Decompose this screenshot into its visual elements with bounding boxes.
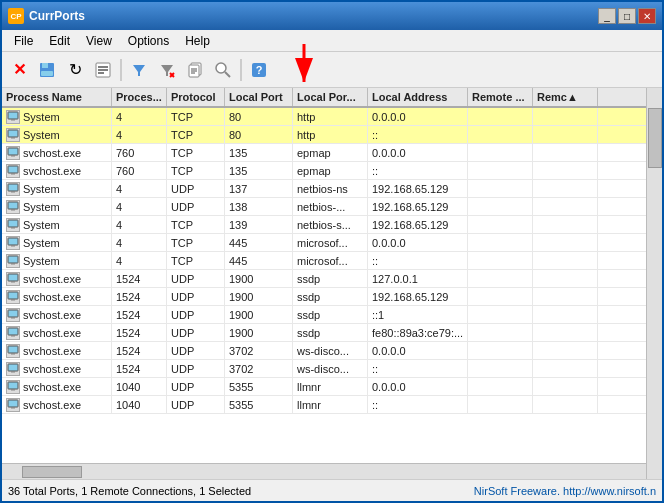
table-cell: System	[2, 216, 112, 233]
col-header-localport[interactable]: Local Port	[225, 88, 293, 106]
table-cell	[533, 288, 598, 305]
title-buttons: _ □ ✕	[598, 8, 656, 24]
close-button[interactable]: ✕	[638, 8, 656, 24]
table-cell	[533, 180, 598, 197]
table-cell	[468, 144, 533, 161]
svg-rect-33	[11, 191, 15, 193]
filter-button[interactable]	[126, 57, 152, 83]
menu-edit[interactable]: Edit	[41, 32, 78, 50]
table-cell: llmnr	[293, 396, 368, 413]
table-cell	[533, 324, 598, 341]
svg-rect-3	[42, 63, 48, 68]
col-header-localaddress[interactable]: Local Address	[368, 88, 468, 106]
process-icon	[6, 236, 20, 250]
table-row[interactable]: svchost.exe1040UDP5355llmnr::	[2, 396, 662, 414]
svg-text:CP: CP	[10, 12, 22, 21]
table-cell: microsof...	[293, 234, 368, 251]
table-cell: 3702	[225, 360, 293, 377]
col-header-localportname[interactable]: Local Por...	[293, 88, 368, 106]
save-button[interactable]	[34, 57, 60, 83]
main-window: CP CurrPorts _ □ ✕ File Edit View Option…	[0, 0, 664, 503]
table-cell	[533, 360, 598, 377]
table-cell: System	[2, 234, 112, 251]
table-cell: ssdp	[293, 270, 368, 287]
svg-rect-47	[11, 317, 15, 319]
scrollbar-thumb-h[interactable]	[22, 466, 82, 478]
menu-view[interactable]: View	[78, 32, 120, 50]
col-header-remoteaddr[interactable]: Remc▲	[533, 88, 598, 106]
table-cell: TCP	[167, 162, 225, 179]
status-left: 36 Total Ports, 1 Remote Connections, 1 …	[8, 485, 251, 497]
scrollbar-thumb-v[interactable]	[648, 108, 662, 168]
vertical-scrollbar[interactable]	[646, 88, 662, 479]
table-cell	[468, 180, 533, 197]
svg-rect-49	[11, 335, 15, 337]
process-icon	[6, 254, 20, 268]
table-cell: UDP	[167, 270, 225, 287]
table-cell: 4	[112, 234, 167, 251]
table-row[interactable]: svchost.exe1524UDP1900ssdpfe80::89a3:ce7…	[2, 324, 662, 342]
table-cell: 4	[112, 126, 167, 143]
svg-rect-30	[8, 166, 18, 173]
table-row[interactable]: System4TCP445microsof...0.0.0.0	[2, 234, 662, 252]
table-row[interactable]: svchost.exe1040UDP5355llmnr0.0.0.0	[2, 378, 662, 396]
search-button[interactable]	[210, 57, 236, 83]
minimize-button[interactable]: _	[598, 8, 616, 24]
table-row[interactable]: System4TCP80http::	[2, 126, 662, 144]
menu-options[interactable]: Options	[120, 32, 177, 50]
process-icon	[6, 164, 20, 178]
table-cell: TCP	[167, 234, 225, 251]
col-header-pid[interactable]: Proces...	[112, 88, 167, 106]
table-row[interactable]: svchost.exe1524UDP1900ssdp::1	[2, 306, 662, 324]
status-bar: 36 Total Ports, 1 Remote Connections, 1 …	[2, 479, 662, 501]
col-header-process[interactable]: Process Name	[2, 88, 112, 106]
table-cell: 192.168.65.129	[368, 288, 468, 305]
svg-rect-56	[8, 400, 18, 407]
table-cell: 135	[225, 162, 293, 179]
table-cell: netbios-s...	[293, 216, 368, 233]
table-cell	[468, 216, 533, 233]
table-cell: 3702	[225, 342, 293, 359]
table-row[interactable]: System4UDP137netbios-ns192.168.65.129	[2, 180, 662, 198]
table-cell: UDP	[167, 360, 225, 377]
col-header-protocol[interactable]: Protocol	[167, 88, 225, 106]
table-cell: 0.0.0.0	[368, 234, 468, 251]
svg-rect-46	[8, 310, 18, 317]
properties-button[interactable]	[90, 57, 116, 83]
table-cell: 4	[112, 216, 167, 233]
table-cell	[468, 234, 533, 251]
table-row[interactable]: System4TCP445microsof...::	[2, 252, 662, 270]
table-row[interactable]: svchost.exe1524UDP1900ssdp192.168.65.129	[2, 288, 662, 306]
table-cell: TCP	[167, 216, 225, 233]
menu-help[interactable]: Help	[177, 32, 218, 50]
table-cell: 0.0.0.0	[368, 342, 468, 359]
table-cell: 80	[225, 126, 293, 143]
svg-rect-35	[11, 209, 15, 211]
table-row[interactable]: svchost.exe1524UDP1900ssdp127.0.0.1	[2, 270, 662, 288]
filter2-button[interactable]	[154, 57, 180, 83]
refresh-button[interactable]: ↻	[62, 57, 88, 83]
table-cell: UDP	[167, 378, 225, 395]
horizontal-scrollbar[interactable]	[2, 463, 662, 479]
table-row[interactable]: svchost.exe1524UDP3702ws-disco...::	[2, 360, 662, 378]
about-button[interactable]: ?	[246, 57, 272, 83]
menu-file[interactable]: File	[6, 32, 41, 50]
table-cell: TCP	[167, 144, 225, 161]
table-row[interactable]: svchost.exe760TCP135epmap::	[2, 162, 662, 180]
table-row[interactable]: svchost.exe1524UDP3702ws-disco...0.0.0.0	[2, 342, 662, 360]
table-cell: ::	[368, 360, 468, 377]
copy-button[interactable]	[182, 57, 208, 83]
table-cell	[468, 324, 533, 341]
col-header-remoteport[interactable]: Remote ...	[468, 88, 533, 106]
table-row[interactable]: System4UDP138netbios-...192.168.65.129	[2, 198, 662, 216]
svg-rect-57	[11, 407, 15, 409]
process-icon	[6, 344, 20, 358]
maximize-button[interactable]: □	[618, 8, 636, 24]
svg-rect-38	[8, 238, 18, 245]
table-cell: 137	[225, 180, 293, 197]
table-cell	[468, 162, 533, 179]
close-connections-button[interactable]: ✕	[6, 57, 32, 83]
table-row[interactable]: System4TCP80http0.0.0.0	[2, 108, 662, 126]
table-row[interactable]: svchost.exe760TCP135epmap0.0.0.0	[2, 144, 662, 162]
table-row[interactable]: System4TCP139netbios-s...192.168.65.129	[2, 216, 662, 234]
